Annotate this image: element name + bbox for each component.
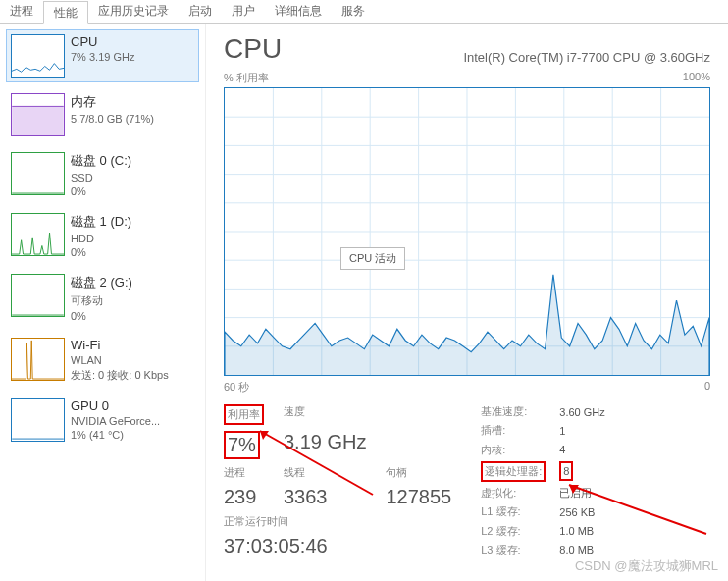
tab-details[interactable]: 详细信息 — [265, 0, 332, 23]
cpu-chart[interactable]: CPU 活动 — [224, 87, 710, 376]
cpu-thumb-icon — [11, 34, 65, 78]
sidebar-wifi-sub: WLAN — [71, 354, 194, 366]
disk0-thumb-icon — [11, 152, 65, 195]
sidebar-item-memory[interactable]: 内存 5.7/8.0 GB (71%) — [6, 88, 199, 141]
svg-line-22 — [569, 485, 706, 534]
sidebar-item-cpu[interactable]: CPU 7% 3.19 GHz — [6, 29, 199, 82]
logical-label: 逻辑处理器: — [485, 465, 542, 477]
basespeed-label: 基准速度: — [481, 404, 546, 419]
sidebar-item-disk1[interactable]: 磁盘 1 (D:) HDD 0% — [6, 208, 199, 263]
chart-ymax: 100% — [683, 71, 710, 85]
tab-processes[interactable]: 进程 — [0, 0, 43, 23]
disk2-thumb-icon — [11, 274, 65, 317]
main-panel: CPU Intel(R) Core(TM) i7-7700 CPU @ 3.60… — [206, 24, 728, 581]
cpu-model: Intel(R) Core(TM) i7-7700 CPU @ 3.60GHz — [463, 50, 710, 65]
handle-label: 句柄 — [386, 465, 451, 480]
sidebar-disk0-sub: SSD — [71, 172, 194, 184]
chart-tooltip: CPU 活动 — [340, 247, 405, 270]
l3-value: 8.0 MB — [559, 544, 604, 555]
basespeed-value: 3.60 GHz — [559, 406, 604, 418]
uptime-value: 37:03:05:46 — [224, 535, 451, 557]
sidebar-disk2-sub: 可移动 — [71, 293, 194, 308]
sidebar-disk1-sub2: 0% — [71, 246, 194, 258]
sidebar-memory-sub: 5.7/8.0 GB (71%) — [71, 113, 194, 125]
sidebar-gpu0-title: GPU 0 — [71, 398, 194, 413]
wifi-thumb-icon — [11, 338, 65, 381]
chart-xlabel-right: 0 — [704, 380, 710, 395]
virt-label: 虚拟化: — [481, 486, 546, 501]
handle-value: 127855 — [386, 486, 451, 508]
sidebar-gpu0-sub2: 1% (41 °C) — [71, 429, 194, 441]
sidebar-disk1-sub: HDD — [71, 233, 194, 244]
memory-thumb-icon — [11, 93, 65, 136]
sidebar-item-disk0[interactable]: 磁盘 0 (C:) SSD 0% — [6, 147, 199, 202]
sidebar-memory-title: 内存 — [71, 93, 194, 111]
content-area: CPU 7% 3.19 GHz 内存 5.7/8.0 GB (71%) 磁盘 0… — [0, 24, 728, 581]
uptime-label: 正常运行时间 — [224, 514, 451, 529]
watermark: CSDN @魔法攻城狮MRL — [575, 557, 718, 575]
sidebar-disk0-sub2: 0% — [71, 185, 194, 197]
disk1-thumb-icon — [11, 213, 65, 256]
svg-line-20 — [260, 431, 373, 495]
tab-apphistory[interactable]: 应用历史记录 — [88, 0, 179, 23]
l3-label: L3 缓存: — [481, 543, 546, 557]
chart-xlabel-left: 60 秒 — [224, 380, 249, 395]
sidebar-item-disk2[interactable]: 磁盘 2 (G:) 可移动 0% — [6, 269, 199, 327]
sidebar-disk2-title: 磁盘 2 (G:) — [71, 274, 194, 291]
sidebar-disk1-title: 磁盘 1 (D:) — [71, 213, 194, 231]
sockets-label: 插槽: — [481, 423, 546, 438]
tabs-bar: 进程 性能 应用历史记录 启动 用户 详细信息 服务 — [0, 0, 728, 24]
gpu0-thumb-icon — [11, 398, 65, 442]
svg-rect-0 — [12, 106, 64, 135]
sidebar-disk2-sub2: 0% — [71, 310, 194, 322]
sidebar-cpu-sub: 7% 3.19 GHz — [71, 51, 194, 63]
sidebar-disk0-title: 磁盘 0 (C:) — [71, 152, 194, 170]
sidebar-wifi-title: Wi-Fi — [71, 338, 194, 352]
chart-ylabel: % 利用率 — [224, 71, 269, 85]
sockets-value: 1 — [559, 425, 604, 437]
tab-startup[interactable]: 启动 — [179, 0, 222, 23]
sidebar-gpu0-sub: NVIDIA GeForce... — [71, 415, 194, 427]
sidebar-cpu-title: CPU — [71, 34, 194, 49]
svg-marker-23 — [569, 485, 579, 494]
annotation-arrow-2 — [559, 475, 716, 544]
tab-performance[interactable]: 性能 — [43, 1, 88, 24]
l1-label: L1 缓存: — [481, 504, 546, 519]
tab-services[interactable]: 服务 — [332, 0, 375, 23]
sidebar-item-gpu0[interactable]: GPU 0 NVIDIA GeForce... 1% (41 °C) — [6, 394, 199, 447]
sidebar-wifi-sub2: 发送: 0 接收: 0 Kbps — [71, 368, 194, 383]
l2-label: L2 缓存: — [481, 524, 546, 539]
sidebar-item-wifi[interactable]: Wi-Fi WLAN 发送: 0 接收: 0 Kbps — [6, 333, 199, 388]
cores-value: 4 — [559, 444, 604, 455]
annotation-arrow-1 — [245, 416, 383, 504]
sidebar: CPU 7% 3.19 GHz 内存 5.7/8.0 GB (71%) 磁盘 0… — [0, 24, 206, 581]
cores-label: 内核: — [481, 443, 546, 457]
tab-users[interactable]: 用户 — [222, 0, 265, 23]
page-title: CPU — [224, 33, 282, 65]
